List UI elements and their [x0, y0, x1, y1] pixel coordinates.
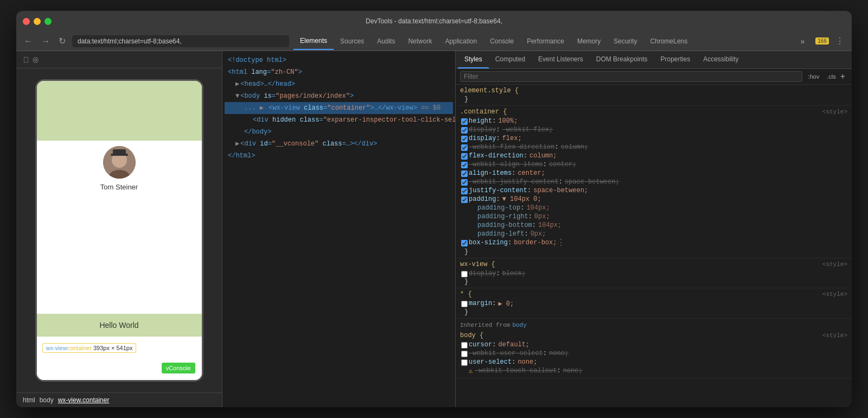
- sub-tab-event-listeners[interactable]: Event Listeners: [532, 51, 590, 68]
- prop-webkit-touch-callout-val[interactable]: none;: [563, 367, 583, 375]
- container-selector[interactable]: .container {: [460, 108, 507, 116]
- tree-wx-view[interactable]: ... ▶ <wx-view class="container">…</wx-v…: [225, 102, 453, 114]
- container-rule-more[interactable]: ⋮: [557, 239, 565, 248]
- prop-webkit-justify-val[interactable]: space-between;: [565, 178, 620, 186]
- tab-sources[interactable]: Sources: [334, 33, 371, 49]
- prop-webkit-user-select-val[interactable]: none;: [549, 350, 569, 357]
- inspect-button[interactable]: ◎: [30, 54, 41, 65]
- prop-user-select-val[interactable]: none;: [518, 358, 537, 366]
- prop-display-webkit-checkbox[interactable]: [461, 127, 468, 134]
- prop-box-sizing-val[interactable]: border-box;: [514, 239, 557, 246]
- prop-webkit-justify-name[interactable]: -webkit-justify-content: [469, 178, 559, 186]
- tab-chromelens[interactable]: ChromeLens: [644, 33, 694, 49]
- refresh-button[interactable]: ↻: [56, 35, 68, 47]
- vconsole-button[interactable]: vConsole: [162, 363, 195, 373]
- prop-display-name[interactable]: display: [469, 135, 496, 142]
- prop-cursor-checkbox[interactable]: [461, 342, 468, 349]
- prop-padding-checkbox[interactable]: [461, 197, 468, 203]
- prop-box-sizing-name[interactable]: box-sizing: [469, 239, 508, 246]
- prop-box-sizing-checkbox[interactable]: [461, 240, 468, 246]
- prop-star-margin-name[interactable]: margin: [469, 300, 492, 307]
- hov-button[interactable]: :hov: [806, 72, 821, 81]
- prop-padding-val[interactable]: ▼ 104px 0;: [502, 195, 541, 203]
- inherited-from-body[interactable]: body: [512, 322, 526, 328]
- prop-justify-name[interactable]: justify-content: [469, 187, 527, 194]
- prop-star-margin-val[interactable]: ▶ 0;: [498, 300, 514, 308]
- prop-user-select-name[interactable]: user-select: [469, 358, 512, 366]
- tree-html[interactable]: <html lang="zh-CN">: [225, 66, 453, 78]
- prop-wxview-display-name[interactable]: display: [469, 270, 496, 277]
- cls-button[interactable]: .cls: [825, 72, 838, 81]
- prop-align-val[interactable]: center;: [518, 169, 545, 177]
- add-style-button[interactable]: +: [838, 72, 847, 81]
- prop-webkit-user-select-name[interactable]: -webkit-user-select: [469, 350, 543, 357]
- device-toolbar-button[interactable]: ⎕: [22, 54, 30, 65]
- prop-webkit-flex-dir-name[interactable]: -webkit-flex-direction: [469, 143, 554, 151]
- prop-align-checkbox[interactable]: [461, 170, 468, 177]
- prop-display-webkit-name[interactable]: display: [469, 126, 496, 134]
- prop-display-val[interactable]: flex;: [502, 135, 522, 142]
- back-button[interactable]: ←: [22, 35, 35, 47]
- prop-justify-checkbox[interactable]: [461, 188, 468, 194]
- prop-padding-name[interactable]: padding: [469, 195, 496, 203]
- tree-head[interactable]: ▶<head>…</head>: [225, 78, 453, 90]
- forward-button[interactable]: →: [39, 35, 52, 47]
- prop-user-select-checkbox[interactable]: [461, 359, 468, 366]
- prop-wxview-display-val[interactable]: block;: [502, 270, 526, 277]
- sub-tab-computed[interactable]: Computed: [489, 51, 532, 68]
- tree-html-close[interactable]: </html>: [225, 150, 453, 162]
- tab-elements[interactable]: Elements: [293, 33, 334, 50]
- breadcrumb-html[interactable]: html: [23, 396, 35, 404]
- sub-tab-accessibility[interactable]: Accessibility: [697, 51, 745, 68]
- tree-div-mask[interactable]: <div hidden class="exparser-inspector-to…: [225, 114, 453, 126]
- more-tabs-button[interactable]: »: [796, 33, 809, 50]
- breadcrumb-body[interactable]: body: [40, 396, 54, 404]
- tree-body-open[interactable]: ▼<body is="pages/index/index">: [225, 90, 453, 102]
- tree-doctype[interactable]: <!doctype html>: [225, 54, 453, 66]
- prop-height-checkbox[interactable]: [461, 118, 468, 125]
- sub-tab-styles[interactable]: Styles: [458, 51, 489, 68]
- prop-flex-dir-val[interactable]: column;: [529, 152, 557, 160]
- prop-webkit-flex-dir-checkbox[interactable]: [461, 144, 468, 151]
- star-selector[interactable]: * {: [460, 290, 472, 298]
- tab-security[interactable]: Security: [607, 33, 643, 49]
- tab-performance[interactable]: Performance: [520, 33, 571, 49]
- tree-body-close[interactable]: </body>: [225, 126, 453, 138]
- devtools-menu-button[interactable]: ⋮: [833, 35, 846, 47]
- prop-webkit-justify-checkbox[interactable]: [461, 179, 468, 186]
- url-bar[interactable]: [72, 35, 289, 47]
- prop-webkit-flex-dir-val[interactable]: column;: [561, 143, 588, 151]
- prop-webkit-align-name[interactable]: -webkit-align-items: [469, 161, 543, 168]
- prop-webkit-align-val[interactable]: center;: [549, 161, 576, 168]
- sub-tab-dom-breakpoints[interactable]: DOM Breakpoints: [590, 51, 654, 68]
- wxview-selector[interactable]: wx-view {: [460, 261, 495, 268]
- prop-display-checkbox[interactable]: [461, 136, 468, 142]
- prop-display-webkit-val[interactable]: -webkit-flex;: [502, 126, 553, 134]
- styles-filter-input[interactable]: [460, 71, 802, 82]
- prop-flex-dir-checkbox[interactable]: [461, 153, 468, 160]
- maximize-button[interactable]: [44, 18, 52, 25]
- prop-star-margin-checkbox[interactable]: [461, 301, 468, 307]
- tree-vconsole[interactable]: ▶<div id="__vconsole" class=…></div>: [225, 138, 453, 150]
- tab-memory[interactable]: Memory: [571, 33, 607, 49]
- prop-wxview-display-checkbox[interactable]: [461, 271, 468, 277]
- body-selector[interactable]: body {: [460, 332, 483, 339]
- prop-align-name[interactable]: align-items: [469, 169, 512, 177]
- prop-webkit-touch-callout-name[interactable]: -webkit-touch-callout: [475, 367, 557, 375]
- prop-cursor-val[interactable]: default;: [498, 341, 529, 349]
- sub-tab-properties[interactable]: Properties: [654, 51, 697, 68]
- prop-justify-val[interactable]: space-between;: [533, 187, 588, 194]
- prop-webkit-align-checkbox[interactable]: [461, 162, 468, 168]
- tab-console[interactable]: Console: [483, 33, 520, 49]
- minimize-button[interactable]: [34, 18, 41, 25]
- tab-audits[interactable]: Audits: [371, 33, 401, 49]
- breadcrumb-container[interactable]: wx-view.container: [58, 396, 110, 404]
- tab-network[interactable]: Network: [401, 33, 438, 49]
- element-style-selector[interactable]: element.style {: [460, 87, 519, 94]
- prop-height-name[interactable]: height: [469, 117, 492, 125]
- prop-height-val[interactable]: 100%;: [498, 117, 518, 125]
- prop-webkit-user-select-checkbox[interactable]: [461, 351, 468, 357]
- prop-flex-dir-name[interactable]: flex-direction: [469, 152, 524, 160]
- close-button[interactable]: [23, 18, 30, 25]
- tab-application[interactable]: Application: [438, 33, 483, 49]
